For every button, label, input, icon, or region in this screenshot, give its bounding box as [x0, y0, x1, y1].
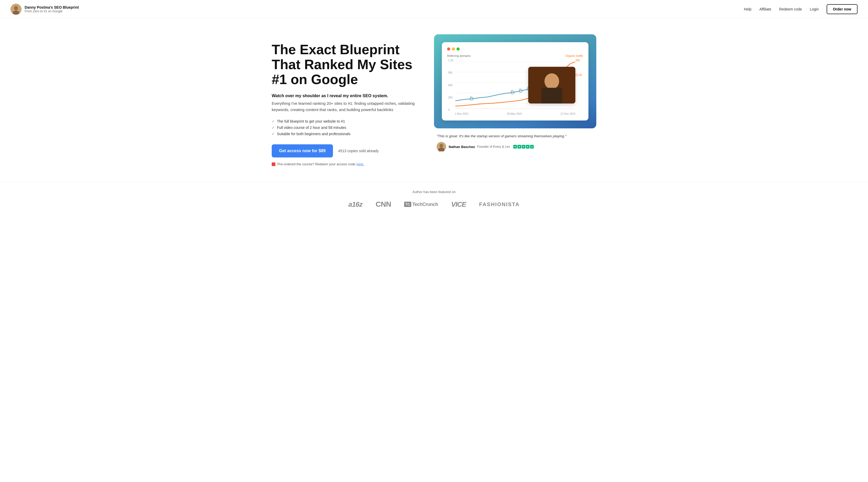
tc-box: TC [404, 202, 411, 207]
logo-cnn: CNN [376, 200, 391, 208]
window-dots [447, 48, 583, 51]
author-avatar [437, 142, 446, 151]
avatar-image [10, 4, 22, 15]
featured-section: Author has been featured on a16z CNN TC … [0, 182, 868, 219]
check-icon-1: ✓ [272, 119, 275, 123]
redeem-text: Pre-ordered the course? Redeem your acce… [272, 162, 418, 166]
video-thumbnail [528, 67, 575, 104]
avatar [10, 4, 22, 15]
svg-rect-28 [528, 67, 575, 104]
order-now-button[interactable]: Order now [827, 4, 858, 14]
brand-subtitle: From Zero to #1 on Google [25, 9, 79, 13]
checklist-item-2: ✓ Full video course of 2 hour and 58 min… [272, 125, 418, 130]
star-3: ★ [522, 145, 525, 148]
hero-description: Everything I've learned ranking 20+ site… [272, 100, 418, 113]
checklist-item-1: ✓ The full blueprint to get your website… [272, 119, 418, 123]
redeem-icon [272, 163, 275, 166]
dot-red [447, 48, 450, 51]
svg-point-30 [439, 144, 443, 147]
nav-links: Help Affiliate Redeem code Login Order n… [744, 4, 858, 14]
check-icon-2: ✓ [272, 125, 275, 130]
cta-row: Get access now for $89 4513 copies sold … [272, 144, 418, 158]
chart-area: 1.2K 900 600 300 0 [447, 59, 583, 111]
star-2: ★ [518, 145, 521, 148]
star-rating: ★ ★ ★ ★ ★ [513, 145, 534, 148]
chart-window: Referring domains Organic traffic 1.2K 9… [442, 42, 588, 120]
video-face [528, 67, 575, 104]
hero-lead: Watch over my shoulder as I reveal my en… [272, 93, 418, 98]
brand-text: Danny Postma's SEO Blueprint From Zero t… [25, 5, 79, 13]
hero-section: The Exact Blueprint That Ranked My Sites… [251, 19, 617, 176]
chart-label-referring: Referring domains [447, 54, 471, 57]
nav-help[interactable]: Help [744, 7, 751, 11]
chart-label-organic: Organic traffic [565, 54, 583, 57]
hero-right: Referring domains Organic traffic 1.2K 9… [434, 34, 596, 151]
navbar: Danny Postma's SEO Blueprint From Zero t… [0, 0, 868, 19]
nav-login[interactable]: Login [810, 7, 819, 11]
featured-logos: a16z CNN TC TechCrunch VICE FASHIONISTA [10, 200, 858, 208]
logo-a16z: a16z [348, 200, 363, 208]
logo-techcrunch-wrapper: TC TechCrunch [404, 202, 438, 207]
dot-yellow [452, 48, 455, 51]
check-icon-3: ✓ [272, 132, 275, 136]
author-name: Nathan Baschez [449, 145, 475, 149]
svg-text:©: © [519, 88, 521, 90]
brand-title: Danny Postma's SEO Blueprint [25, 5, 79, 10]
chart-labels-row: Referring domains Organic traffic [447, 54, 583, 57]
logo-fashionista: FASHIONISTA [479, 201, 520, 207]
redeem-link[interactable]: here. [356, 162, 364, 166]
nav-affiliate[interactable]: Affiliate [760, 7, 771, 11]
chart-x-labels: 1 Nov 2022 28 May 2023 22 Dec 2023 [447, 112, 583, 115]
testimonial-quote: "This is great. It's like the startup ve… [437, 134, 594, 139]
checklist-item-3: ✓ Suitable for both beginners and profes… [272, 132, 418, 136]
svg-point-1 [14, 6, 18, 10]
featured-label: Author has been featured on [10, 190, 858, 194]
hero-title: The Exact Blueprint That Ranked My Sites… [272, 42, 418, 87]
testimonial: "This is great. It's like the startup ve… [434, 134, 596, 151]
svg-text:©: © [470, 96, 472, 98]
logo-vice: VICE [451, 200, 466, 208]
chart-y-labels-right: 30K 22.5K [574, 59, 583, 111]
nav-redeem[interactable]: Redeem code [779, 7, 802, 11]
copies-sold: 4513 copies sold already [338, 149, 379, 153]
star-5: ★ [530, 145, 534, 148]
dot-green [457, 48, 460, 51]
svg-text:©: © [511, 90, 513, 92]
cta-button[interactable]: Get access now for $89 [272, 144, 333, 158]
star-1: ★ [513, 145, 517, 148]
testimonial-author: Nathan Baschez Founder of Every & Lex ★ … [437, 142, 594, 151]
chart-container: Referring domains Organic traffic 1.2K 9… [434, 34, 596, 129]
logo-techcrunch: TechCrunch [412, 202, 438, 207]
hero-checklist: ✓ The full blueprint to get your website… [272, 119, 418, 136]
author-role: Founder of Every & Lex [477, 145, 510, 148]
brand: Danny Postma's SEO Blueprint From Zero t… [10, 4, 79, 15]
hero-left: The Exact Blueprint That Ranked My Sites… [272, 34, 418, 166]
author-info: Nathan Baschez Founder of Every & Lex ★ … [449, 145, 534, 149]
chart-y-labels-left: 1.2K 900 600 300 0 [447, 59, 455, 111]
star-4: ★ [526, 145, 530, 148]
